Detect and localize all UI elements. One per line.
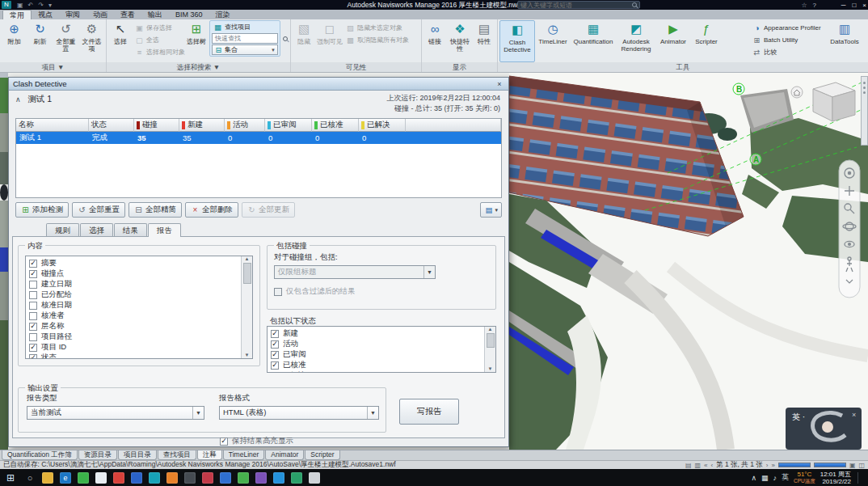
taskbar-app-icon[interactable]: [184, 472, 196, 484]
group-include-dropdown[interactable]: 仅限组标题▼: [274, 265, 436, 279]
require-button[interactable]: ◻ 强制可见: [316, 20, 343, 62]
undo-icon[interactable]: ↶: [28, 2, 34, 9]
tab-animation[interactable]: 动画: [86, 10, 114, 19]
dock-tab-timeliner[interactable]: TimeLiner: [223, 450, 264, 460]
find-items-button[interactable]: ▦ 查找项目: [212, 22, 278, 32]
checkbox[interactable]: [29, 344, 37, 352]
quick-find-input[interactable]: 快速查找: [212, 33, 278, 44]
col-approved[interactable]: 已核准: [312, 119, 359, 132]
tab-rules[interactable]: 规则: [46, 223, 79, 236]
taskbar-app-icon[interactable]: [255, 472, 267, 484]
tab-viewpoint[interactable]: 视点: [32, 10, 59, 19]
col-resolved[interactable]: 已解决: [359, 119, 406, 132]
tab-output[interactable]: 输出: [141, 10, 169, 19]
hide-unselected-button[interactable]: ▨ 隐藏未选定对象: [344, 22, 417, 34]
dock-tab-animator[interactable]: Animator: [265, 450, 304, 460]
tab-select[interactable]: 选择: [80, 223, 113, 236]
report-content-list[interactable]: 摘要 碰撞点 建立日期 已分配给 核准日期 核准者 层名称 项目路径 项目 ID…: [25, 256, 253, 359]
col-new[interactable]: 新建: [179, 119, 225, 132]
update-all-button[interactable]: ↻ 全部更新: [242, 202, 295, 218]
overlay-close-icon[interactable]: ×: [852, 411, 856, 419]
datatools-button[interactable]: ▥ DataTools: [826, 20, 863, 62]
group-label-select-search[interactable]: 选择和搜索 ▼: [107, 62, 290, 72]
tray-icon[interactable]: ▦: [761, 474, 769, 482]
dock-tab-find-items[interactable]: 查找项目: [158, 450, 196, 460]
cortana-search-button[interactable]: ○: [21, 473, 39, 483]
checkbox[interactable]: [29, 291, 37, 299]
timeliner-button[interactable]: ◷ TimeLiner: [536, 20, 570, 62]
tray-icon[interactable]: ♪: [773, 474, 777, 482]
checkbox[interactable]: [220, 437, 228, 446]
report-type-dropdown[interactable]: 当前测试▼: [27, 406, 204, 420]
reset-all-button[interactable]: ↺ 全部重置: [53, 20, 78, 62]
add-test-button[interactable]: ⊞ 添加检测: [15, 202, 69, 218]
scrollbar[interactable]: ▲▼: [484, 327, 495, 372]
delete-all-button[interactable]: × 全部删除: [185, 202, 238, 218]
save-icon[interactable]: ▣: [17, 2, 23, 9]
taskbar-app-icon[interactable]: [131, 472, 142, 484]
taskbar-app-icon[interactable]: [42, 472, 53, 484]
taskbar-app-icon[interactable]: [202, 472, 213, 484]
panel-close-icon[interactable]: ×: [495, 80, 504, 88]
taskbar-app-icon[interactable]: [309, 472, 320, 484]
col-status[interactable]: 状态: [89, 119, 134, 132]
taskbar-app-icon[interactable]: [95, 472, 107, 484]
search-input[interactable]: [520, 2, 630, 9]
taskbar-app-icon[interactable]: [149, 472, 160, 484]
dock-tab-item-catalog[interactable]: 项目目录: [118, 450, 157, 460]
properties-button[interactable]: ▤ 特性: [474, 20, 495, 62]
checkbox[interactable]: [271, 330, 279, 338]
col-reviewed[interactable]: 已审阅: [265, 119, 312, 132]
report-format-dropdown[interactable]: HTML (表格)▼: [219, 406, 379, 420]
export-split-button[interactable]: ▤ ▾: [480, 202, 502, 218]
prev-sheet-icon[interactable]: ‹: [710, 462, 713, 469]
cpu-temp-widget[interactable]: 51°C CPU温度: [794, 471, 815, 484]
append-button[interactable]: ⊕ 附加: [2, 20, 27, 62]
test-row[interactable]: 测试 1 完成 35 35 0 0 0 0: [16, 132, 501, 144]
hide-button[interactable]: ▧ 隐藏: [293, 20, 315, 62]
autodesk-rendering-button[interactable]: ◩ Autodesk Rendering: [617, 20, 655, 62]
col-clashes[interactable]: 碰撞: [134, 119, 179, 132]
select-same-button[interactable]: ≡ 选择相同对象: [133, 46, 183, 58]
checkbox[interactable]: [29, 302, 37, 310]
sets-dropdown[interactable]: ⊟ 集合▼: [212, 44, 278, 55]
tray-chevron-icon[interactable]: ∧: [751, 474, 756, 482]
quick-properties-button[interactable]: ❖ 快捷特性: [447, 20, 473, 62]
maximize-button[interactable]: □: [852, 2, 856, 9]
group-label-project[interactable]: 项目 ▼: [0, 62, 106, 72]
links-button[interactable]: ∞ 链接: [423, 20, 446, 62]
quick-find-icon[interactable]: [283, 36, 288, 41]
checkbox[interactable]: [271, 372, 279, 374]
tab-view[interactable]: 查看: [114, 10, 141, 19]
navigation-bar[interactable]: [839, 160, 860, 298]
last-sheet-icon[interactable]: »: [771, 462, 774, 469]
checkbox[interactable]: [29, 281, 37, 289]
taskbar-app-icon[interactable]: e: [60, 472, 71, 484]
clock[interactable]: 12:01 周五 2019/2/22: [820, 471, 851, 485]
start-button[interactable]: ⊞: [0, 472, 21, 484]
dock-tab-comments[interactable]: 注释: [197, 450, 222, 460]
app-logo-icon[interactable]: N: [2, 1, 11, 9]
tab-results[interactable]: 结果: [114, 223, 147, 236]
scrollbar[interactable]: ▲▼: [241, 256, 252, 358]
taskbar-app-icon[interactable]: [220, 472, 231, 484]
select-all-button[interactable]: ▢ 全选: [133, 34, 183, 46]
tab-home[interactable]: 常用: [2, 10, 32, 19]
filtered-results-option[interactable]: 仅包含过滤后的结果: [274, 286, 356, 297]
tab-review[interactable]: 审阅: [59, 10, 86, 19]
scripter-button[interactable]: ƒ Scripter: [691, 20, 722, 62]
redo-icon[interactable]: ↷: [38, 2, 44, 9]
minimize-button[interactable]: ─: [841, 2, 846, 9]
notification-button[interactable]: [857, 472, 866, 484]
keep-highlight-option[interactable]: 保持结果高亮显示: [220, 436, 293, 446]
checkbox[interactable]: [29, 354, 37, 360]
checkbox[interactable]: [29, 323, 37, 331]
checkbox[interactable]: [271, 351, 279, 359]
appearance-profiler-button[interactable]: ◑ Appearance Profiler: [751, 22, 825, 34]
taskbar-app-icon[interactable]: [113, 472, 124, 484]
taskbar-app-icon[interactable]: [291, 472, 302, 484]
compact-all-button[interactable]: ⊟ 全部精简: [129, 202, 182, 218]
checkbox[interactable]: [29, 312, 37, 320]
save-selection-button[interactable]: ▣ 保存选择: [133, 22, 183, 34]
unhide-all-button[interactable]: ▩ 取消隐藏所有对象: [344, 34, 417, 46]
